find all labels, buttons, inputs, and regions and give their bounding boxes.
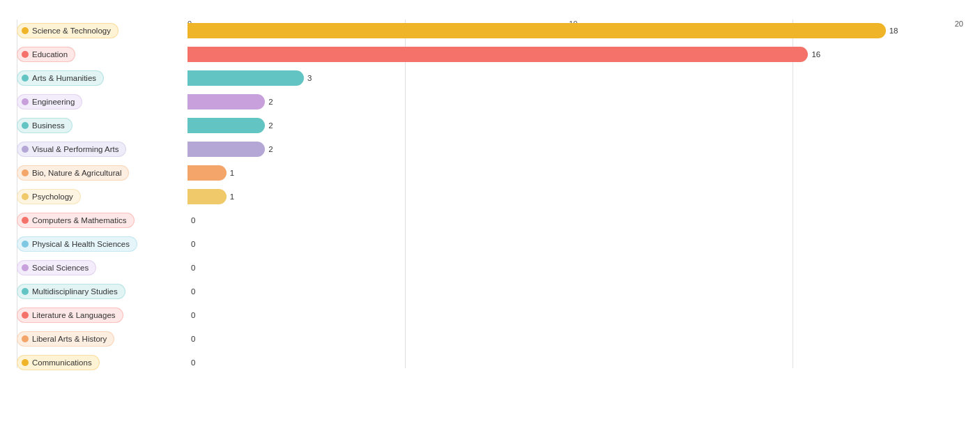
bar-dot-icon	[22, 241, 29, 248]
bar-label: Engineering	[32, 98, 75, 106]
bar-value-track: 0	[187, 284, 963, 299]
bar-label: Business	[32, 121, 65, 130]
bar-label-wrap: Computers & Mathematics	[17, 213, 187, 228]
bar-row: Psychology1	[17, 185, 963, 207]
bar-pill: Liberal Arts & History	[17, 331, 114, 347]
bar-label-wrap: Communications	[17, 355, 187, 370]
bar-row: Science & Technology18	[17, 20, 963, 41]
bar-label: Visual & Performing Arts	[32, 145, 118, 153]
bar-number: 0	[191, 240, 195, 248]
bar-label: Social Sciences	[32, 264, 89, 272]
bar-row: Bio, Nature & Agricultural1	[17, 162, 963, 183]
bar-dot-icon	[22, 122, 29, 129]
bar-value-track: 1	[187, 189, 963, 204]
bar-label: Science & Technology	[32, 26, 111, 35]
bar-number: 18	[889, 26, 898, 35]
chart-container: Science & Technology18Education16Arts & …	[0, 0, 980, 440]
bar-number: 3	[307, 74, 312, 82]
bar-row: Liberal Arts & History0	[17, 328, 963, 349]
bar-label-wrap: Multidisciplinary Studies	[17, 284, 187, 299]
bar-pill: Communications	[17, 355, 100, 370]
bar-row: Arts & Humanities3	[17, 67, 963, 89]
bar-number: 0	[191, 216, 195, 225]
bar-dot-icon	[22, 264, 29, 271]
bar-label-wrap: Visual & Performing Arts	[17, 142, 187, 157]
bar-label-wrap: Business	[17, 118, 187, 133]
bar-row: Business2	[17, 114, 963, 136]
bar-dot-icon	[22, 146, 29, 153]
bar-label: Computers & Mathematics	[32, 216, 127, 225]
bar-number: 16	[811, 50, 820, 59]
bar-value-track: 2	[187, 118, 963, 133]
bars-section: Science & Technology18Education16Arts & …	[17, 20, 963, 382]
bar-pill: Business	[17, 118, 72, 133]
bar-pill: Engineering	[17, 94, 82, 109]
bar-pill: Physical & Health Sciences	[17, 236, 137, 252]
bar-value-track: 2	[187, 142, 963, 157]
bar-number: 1	[230, 169, 234, 177]
bar-dot-icon	[22, 312, 29, 319]
bar-dot-icon	[22, 27, 29, 34]
bar-row: Visual & Performing Arts2	[17, 138, 963, 160]
bar-value-track: 0	[187, 213, 963, 228]
bar-pill: Arts & Humanities	[17, 70, 104, 86]
bar-value-track: 1	[187, 165, 963, 181]
bar-label-wrap: Engineering	[17, 94, 187, 109]
bar-row: Communications0	[17, 351, 963, 373]
bar-pill: Computers & Mathematics	[17, 213, 135, 228]
bar-pill: Visual & Performing Arts	[17, 142, 126, 157]
bar-label-wrap: Science & Technology	[17, 23, 187, 38]
bar-pill: Social Sciences	[17, 260, 96, 275]
bar-pill: Bio, Nature & Agricultural	[17, 165, 129, 181]
bar-value-track: 16	[187, 47, 963, 62]
bar-value-track: 0	[187, 236, 963, 252]
bar-fill	[187, 94, 265, 109]
bar-number: 1	[230, 192, 234, 201]
bar-pill: Psychology	[17, 189, 81, 204]
bar-value-track: 3	[187, 70, 963, 86]
bar-row: Computers & Mathematics0	[17, 209, 963, 231]
bar-value-track: 0	[187, 260, 963, 275]
bar-number: 2	[268, 98, 273, 106]
bar-number: 0	[191, 264, 195, 272]
bar-row: Social Sciences0	[17, 257, 963, 278]
bar-label-wrap: Literature & Languages	[17, 308, 187, 323]
bar-fill	[187, 47, 808, 62]
chart-area: Science & Technology18Education16Arts & …	[17, 20, 963, 402]
bar-label: Literature & Languages	[32, 311, 116, 319]
bar-label: Physical & Health Sciences	[32, 240, 130, 248]
bar-dot-icon	[22, 51, 29, 58]
bar-value-track: 0	[187, 355, 963, 370]
bar-fill	[187, 70, 304, 86]
bar-value-track: 18	[187, 23, 963, 38]
bar-number: 0	[191, 287, 195, 296]
bar-label: Psychology	[32, 192, 73, 201]
bar-label-wrap: Liberal Arts & History	[17, 331, 187, 347]
bar-label: Multidisciplinary Studies	[32, 287, 118, 296]
bar-number: 2	[268, 145, 273, 153]
bar-pill: Education	[17, 47, 75, 62]
bar-number: 0	[191, 335, 195, 343]
bar-dot-icon	[22, 288, 29, 295]
bar-dot-icon	[22, 217, 29, 224]
bar-row: Physical & Health Sciences0	[17, 233, 963, 255]
bar-pill: Science & Technology	[17, 23, 118, 38]
bar-value-track: 0	[187, 331, 963, 347]
bar-value-track: 2	[187, 94, 963, 109]
bar-pill: Multidisciplinary Studies	[17, 284, 125, 299]
bar-number: 0	[191, 358, 195, 367]
bar-dot-icon	[22, 75, 29, 82]
bar-row: Engineering2	[17, 91, 963, 112]
bar-label-wrap: Arts & Humanities	[17, 70, 187, 86]
bar-number: 2	[268, 121, 273, 130]
bar-fill	[187, 23, 886, 38]
bar-row: Education16	[17, 43, 963, 65]
bar-number: 0	[191, 311, 195, 319]
bar-dot-icon	[22, 193, 29, 200]
bar-value-track: 0	[187, 308, 963, 323]
bar-label: Arts & Humanities	[32, 74, 96, 82]
bar-fill	[187, 189, 227, 204]
bar-label-wrap: Physical & Health Sciences	[17, 236, 187, 252]
bar-label-wrap: Social Sciences	[17, 260, 187, 275]
bar-dot-icon	[22, 98, 29, 105]
